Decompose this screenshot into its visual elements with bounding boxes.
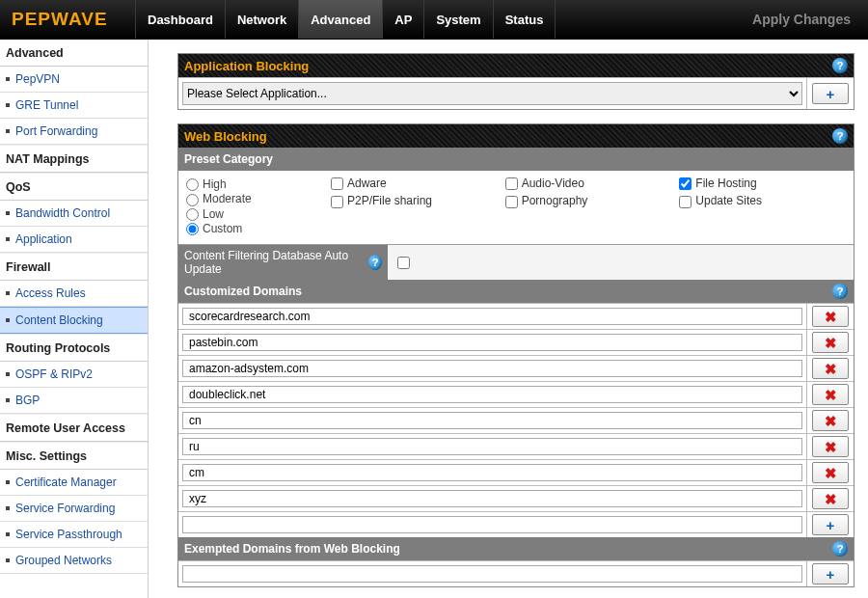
category-checkbox-audio-video[interactable]: Audio-Video (505, 177, 672, 190)
delete-icon: ✖ (825, 362, 837, 376)
category-checkbox-input[interactable] (505, 177, 518, 190)
auto-update-row: Content Filtering Database Auto Update ? (178, 244, 854, 280)
help-icon[interactable]: ? (832, 128, 848, 144)
domain-input[interactable] (182, 516, 802, 533)
delete-icon: ✖ (825, 466, 837, 480)
subheader-customized-domains: Customized Domains ? (178, 280, 854, 303)
domain-input[interactable] (182, 412, 802, 429)
sidebar-heading: Misc. Settings (0, 442, 148, 470)
domain-input[interactable] (182, 386, 802, 403)
nav-network[interactable]: Network (226, 0, 299, 39)
domain-input[interactable] (182, 490, 802, 507)
preset-radio-input[interactable] (186, 194, 199, 206)
help-icon[interactable]: ? (368, 255, 382, 270)
domain-input[interactable] (182, 308, 802, 325)
subheader-exempted-domains: Exempted Domains from Web Blocking ? (178, 537, 854, 560)
subheader-title: Customized Domains (184, 285, 302, 298)
domain-input[interactable] (182, 360, 802, 377)
domain-row: ✖ (178, 407, 854, 433)
sidebar-heading: Advanced (0, 40, 148, 67)
nav-dashboard[interactable]: Dashboard (135, 0, 226, 39)
sidebar-item-certificate-manager[interactable]: Certificate Manager (0, 470, 148, 496)
category-checkbox-file-hosting[interactable]: File Hosting (679, 177, 846, 190)
delete-domain-button[interactable]: ✖ (812, 306, 849, 327)
plus-icon: + (827, 87, 835, 101)
delete-domain-button[interactable]: ✖ (812, 436, 849, 457)
sidebar-heading: Remote User Access (0, 414, 148, 442)
sidebar-item-content-blocking[interactable]: Content Blocking (0, 307, 148, 334)
customized-domains-list: ✖✖✖✖✖✖✖✖+ (178, 303, 854, 537)
preset-radio-custom[interactable]: Custom (186, 222, 331, 235)
exempted-domain-row: + (178, 560, 854, 586)
sidebar-item-application[interactable]: Application (0, 227, 148, 253)
main-nav: DashboardNetworkAdvancedAPSystemStatus (135, 0, 556, 39)
subheader-preset-category: Preset Category (178, 148, 854, 171)
nav-advanced[interactable]: Advanced (299, 0, 383, 39)
preset-checkbox-grid: AdwareAudio-VideoFile HostingP2P/File sh… (331, 177, 846, 236)
delete-domain-button[interactable]: ✖ (812, 488, 849, 509)
sidebar-item-service-forwarding[interactable]: Service Forwarding (0, 496, 148, 522)
sidebar-item-ospf-ripv2[interactable]: OSPF & RIPv2 (0, 362, 148, 388)
category-checkbox-input[interactable] (505, 196, 518, 208)
category-checkbox-p2p-file-sharing[interactable]: P2P/File sharing (331, 194, 498, 207)
preset-radio-low[interactable]: Low (186, 207, 331, 221)
delete-icon: ✖ (825, 310, 837, 324)
delete-domain-button[interactable]: ✖ (812, 462, 849, 483)
domain-input[interactable] (182, 438, 802, 455)
sidebar: AdvancedPepVPNGRE TunnelPort ForwardingN… (0, 40, 149, 598)
sidebar-item-service-passthrough[interactable]: Service Passthrough (0, 522, 148, 548)
sidebar-item-access-rules[interactable]: Access Rules (0, 281, 148, 307)
domain-row: ✖ (178, 303, 854, 329)
sidebar-item-pepvpn[interactable]: PepVPN (0, 67, 148, 93)
panel-title: Web Blocking (184, 129, 267, 144)
preset-radio-high[interactable]: High (186, 177, 331, 191)
category-checkbox-input[interactable] (331, 177, 343, 190)
nav-status[interactable]: Status (494, 0, 556, 39)
sidebar-item-gre-tunnel[interactable]: GRE Tunnel (0, 93, 148, 119)
category-checkbox-input[interactable] (679, 177, 692, 190)
plus-icon: + (827, 518, 835, 532)
nav-system[interactable]: System (424, 0, 493, 39)
delete-domain-button[interactable]: ✖ (812, 358, 849, 379)
sidebar-item-bgp[interactable]: BGP (0, 388, 148, 414)
apply-changes-button[interactable]: Apply Changes (735, 0, 868, 39)
delete-domain-button[interactable]: ✖ (812, 410, 849, 431)
category-checkbox-input[interactable] (679, 196, 692, 208)
application-select[interactable]: Please Select Application... (182, 82, 802, 105)
add-exempted-domain-button[interactable]: + (812, 563, 849, 584)
panel-header-web-blocking: Web Blocking ? (178, 124, 854, 148)
preset-radio-moderate[interactable]: Moderate (186, 192, 331, 205)
preset-radio-input[interactable] (186, 223, 199, 235)
subheader-title: Preset Category (184, 152, 273, 166)
sidebar-item-port-forwarding[interactable]: Port Forwarding (0, 119, 148, 145)
help-icon[interactable]: ? (832, 284, 848, 299)
panel-header-application-blocking: Application Blocking ? (178, 54, 854, 77)
auto-update-label: Content Filtering Database Auto Update (184, 249, 363, 276)
preset-radio-input[interactable] (186, 208, 199, 221)
auto-update-checkbox[interactable] (397, 257, 410, 269)
delete-domain-button[interactable]: ✖ (812, 384, 849, 405)
preset-body: HighModerateLowCustom AdwareAudio-VideoF… (178, 171, 854, 244)
sidebar-item-grouped-networks[interactable]: Grouped Networks (0, 548, 148, 574)
category-checkbox-pornography[interactable]: Pornography (505, 194, 672, 207)
category-checkbox-update-sites[interactable]: Update Sites (679, 194, 846, 207)
domain-input[interactable] (182, 334, 802, 351)
nav-ap[interactable]: AP (383, 0, 424, 39)
sidebar-heading: QoS (0, 173, 148, 201)
help-icon[interactable]: ? (832, 541, 848, 557)
sidebar-item-bandwidth-control[interactable]: Bandwidth Control (0, 201, 148, 227)
add-application-button[interactable]: + (812, 83, 849, 104)
preset-radio-input[interactable] (186, 178, 199, 191)
delete-icon: ✖ (825, 336, 837, 350)
help-icon[interactable]: ? (832, 58, 848, 73)
exempted-domain-input[interactable] (182, 565, 802, 583)
domain-input[interactable] (182, 464, 802, 481)
add-domain-button[interactable]: + (812, 514, 849, 535)
domain-row-add: + (178, 511, 854, 537)
category-checkbox-adware[interactable]: Adware (331, 177, 498, 190)
delete-domain-button[interactable]: ✖ (812, 332, 849, 353)
panel-title: Application Blocking (184, 59, 309, 73)
panel-application-blocking: Application Blocking ? Please Select App… (177, 53, 854, 110)
sidebar-heading: Routing Protocols (0, 334, 148, 362)
category-checkbox-input[interactable] (331, 196, 343, 208)
